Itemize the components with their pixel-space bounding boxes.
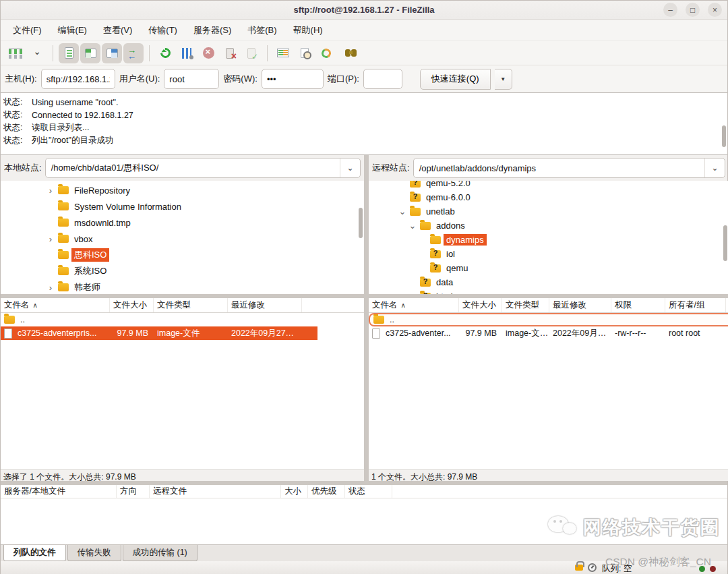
expander-icon[interactable]: ⌄ (395, 206, 410, 217)
menu-item-2[interactable]: 编辑(E) (51, 22, 94, 39)
quickconnect-button[interactable]: 快速连接(Q) (420, 69, 491, 90)
log-entry: 状态:读取目录列表... (3, 121, 727, 134)
menu-item-1[interactable]: 文件(F) (6, 22, 49, 39)
menu-item-7[interactable]: 帮助(H) (286, 22, 330, 39)
minimize-button[interactable]: – (663, 3, 677, 17)
folder-icon (58, 267, 69, 275)
queue-column-header[interactable]: 远程文件 (150, 485, 281, 498)
file-cell-name: c3725-adventer... (369, 326, 459, 340)
toggle-local-tree-button[interactable] (80, 43, 100, 63)
tree-item[interactable]: ›韩老师 (1, 279, 364, 294)
tree-item[interactable]: msdownld.tmp (1, 214, 364, 231)
tree-item[interactable]: html (369, 289, 728, 294)
log-status-label: 状态: (3, 135, 32, 146)
menu-item-6[interactable]: 书签(B) (241, 22, 283, 39)
maximize-button[interactable]: □ (686, 3, 700, 17)
file-cell-size: 97.9 MB (110, 326, 154, 340)
tree-item[interactable]: ›FileRepository (1, 182, 364, 198)
toggle-remote-tree-button[interactable] (102, 43, 122, 63)
remote-site-combo[interactable]: /opt/unetlab/addons/dynamips ⌄ (413, 158, 725, 178)
folder-icon (58, 219, 69, 227)
expander-icon[interactable]: › (43, 283, 58, 293)
file-row[interactable]: .. (369, 313, 728, 326)
expander-icon[interactable]: › (43, 185, 58, 196)
queue-column-header[interactable]: 状态 (345, 485, 392, 498)
file-cell-modified: 2022年09月… (549, 326, 611, 340)
chevron-down-icon[interactable]: ⌄ (340, 159, 360, 177)
tree-item-label: msdownld.tmp (71, 217, 133, 229)
tree-item[interactable]: qemu-6.0.0 (369, 190, 728, 204)
chevron-down-icon[interactable]: ⌄ (704, 159, 725, 177)
file-row[interactable]: c3725-adventer...97.9 MBimage-文…2022年09月… (369, 326, 728, 340)
port-input[interactable] (363, 69, 402, 89)
log-scrollbar[interactable] (722, 125, 726, 147)
tree-item[interactable]: ›vbox (1, 231, 364, 247)
log-message: 列出"/root"的目录成功 (32, 135, 113, 146)
tree-item[interactable]: qemu (369, 261, 728, 275)
queue-tab-3[interactable]: 成功的传输 (1) (123, 545, 198, 561)
host-input[interactable] (41, 69, 115, 89)
filter-button[interactable] (177, 43, 197, 63)
column-header[interactable]: 文件名∧ (369, 298, 459, 312)
filter-icon (182, 48, 191, 59)
site-manager-dropdown-button[interactable] (27, 43, 47, 63)
toggle-transfer-queue-button[interactable] (123, 43, 144, 63)
queue-column-header[interactable]: 大小 (281, 485, 308, 498)
menu-item-5[interactable]: 服务器(S) (187, 22, 238, 39)
username-input[interactable] (164, 69, 219, 89)
column-header[interactable]: 文件类型 (154, 298, 228, 312)
tree-item[interactable]: 思科ISO (1, 247, 364, 263)
file-row[interactable]: c3725-adventerpris...97.9 MBimage-文件2022… (1, 326, 317, 340)
queue-column-header[interactable]: 优先级 (308, 485, 345, 498)
file-icon (372, 328, 380, 339)
column-header[interactable]: 所有者/组 (665, 298, 726, 312)
reconnect-button[interactable] (241, 43, 262, 63)
column-header[interactable]: 最近修改 (549, 298, 611, 312)
column-header[interactable]: 文件名∧ (1, 298, 110, 312)
tree-item[interactable]: qemu-5.2.0 (369, 181, 728, 190)
synchronized-browsing-button[interactable] (316, 43, 336, 63)
file-cell-size (460, 314, 504, 325)
local-site-combo[interactable]: /home/chb/data01/思科ISO/ ⌄ (45, 158, 361, 178)
lock-icon (575, 565, 583, 571)
queue-tab-1[interactable]: 列队的文件 (3, 545, 66, 561)
column-header[interactable]: 权限 (611, 298, 665, 312)
directory-listing-filters-button[interactable] (295, 43, 315, 63)
queue-column-header[interactable]: 方向 (117, 485, 150, 498)
refresh-button[interactable] (155, 43, 175, 63)
speed-gauge-icon[interactable] (588, 563, 597, 572)
tree-item[interactable]: System Volume Information (1, 198, 364, 214)
tree-item[interactable]: iol (369, 247, 728, 261)
quickconnect-dropdown-button[interactable]: ▼ (495, 69, 512, 90)
tree-item[interactable]: data (369, 275, 728, 289)
expander-icon[interactable]: ⌄ (405, 221, 420, 231)
queue-column-header[interactable]: 服务器/本地文件 (1, 485, 117, 498)
remote-tree-scrollbar[interactable] (723, 225, 727, 261)
queue-tab-2[interactable]: 传输失败 (67, 545, 121, 561)
tree-item[interactable]: 系统ISO (1, 263, 364, 279)
column-header[interactable]: 最近修改 (228, 298, 302, 312)
tree-item[interactable]: ⌄addons (369, 219, 728, 233)
local-site-bar: 本地站点: /home/chb/data01/思科ISO/ ⌄ (1, 155, 364, 181)
column-header[interactable]: 文件大小 (459, 298, 502, 312)
directory-comparison-button[interactable] (273, 43, 293, 63)
local-tree-scrollbar[interactable] (359, 208, 363, 238)
disconnect-button[interactable] (220, 43, 240, 63)
expander-icon[interactable]: › (43, 234, 58, 244)
menu-item-3[interactable]: 查看(V) (96, 22, 139, 39)
tree-item[interactable]: ⌄unetlab (369, 204, 728, 219)
password-input[interactable] (262, 69, 324, 89)
column-header[interactable]: 文件类型 (502, 298, 549, 312)
menu-item-4[interactable]: 传输(T) (142, 22, 184, 39)
status-dot-red-icon (710, 566, 716, 572)
panel-splitter[interactable] (364, 155, 369, 481)
file-row[interactable]: .. (1, 313, 364, 326)
find-files-button[interactable] (338, 43, 358, 63)
toggle-message-log-button[interactable] (59, 43, 79, 63)
tree-item[interactable]: dynamips (369, 233, 728, 247)
column-header[interactable]: 文件大小 (110, 298, 154, 312)
site-manager-button[interactable] (5, 43, 26, 63)
close-button[interactable]: × (708, 3, 722, 17)
cancel-button[interactable] (198, 43, 218, 63)
remote-directory-tree: qemu-5.2.0qemu-6.0.0⌄unetlab⌄addonsdynam… (369, 181, 728, 294)
